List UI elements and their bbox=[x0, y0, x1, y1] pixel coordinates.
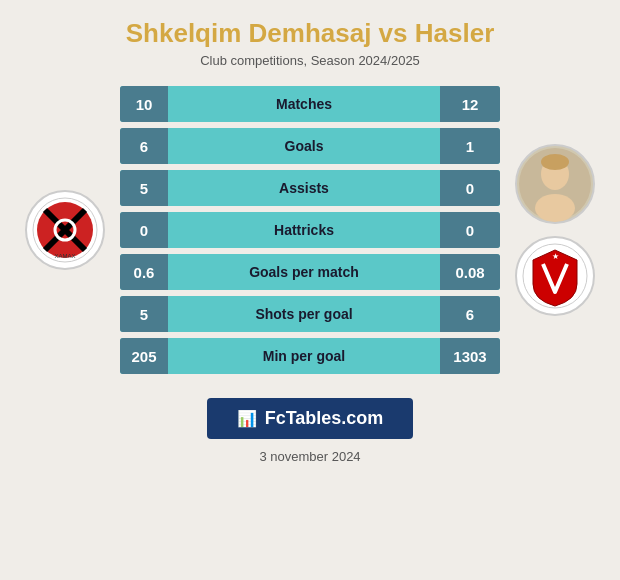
right-side: ★ bbox=[500, 144, 610, 316]
left-team-logo: XAMAX bbox=[10, 190, 120, 270]
stat-left-3: 0 bbox=[120, 212, 168, 248]
stat-right-3: 0 bbox=[440, 212, 500, 248]
stats-container: 10Matches126Goals15Assists00Hattricks00.… bbox=[120, 86, 500, 374]
stat-label-4: Goals per match bbox=[168, 264, 440, 280]
date-text: 3 november 2024 bbox=[259, 449, 360, 464]
stat-left-5: 5 bbox=[120, 296, 168, 332]
stat-right-5: 6 bbox=[440, 296, 500, 332]
stat-label-2: Assists bbox=[168, 180, 440, 196]
comparison-section: XAMAX 10Matches126Goals15Assists00Hattri… bbox=[10, 86, 610, 374]
svg-text:★: ★ bbox=[552, 252, 559, 261]
svg-point-8 bbox=[535, 194, 575, 222]
stat-left-2: 5 bbox=[120, 170, 168, 206]
stat-label-1: Goals bbox=[168, 138, 440, 154]
stat-label-6: Min per goal bbox=[168, 348, 440, 364]
xamax-logo: XAMAX bbox=[25, 190, 105, 270]
stat-label-3: Hattricks bbox=[168, 222, 440, 238]
fctables-badge: 📊 FcTables.com bbox=[207, 398, 414, 439]
stat-row-min-per-goal: 205Min per goal1303 bbox=[120, 338, 500, 374]
stat-right-4: 0.08 bbox=[440, 254, 500, 290]
stat-left-6: 205 bbox=[120, 338, 168, 374]
stat-row-assists: 5Assists0 bbox=[120, 170, 500, 206]
stat-left-1: 6 bbox=[120, 128, 168, 164]
stat-label-5: Shots per goal bbox=[168, 306, 440, 322]
stat-row-matches: 10Matches12 bbox=[120, 86, 500, 122]
vaduz-logo: ★ bbox=[515, 236, 595, 316]
stat-row-shots-per-goal: 5Shots per goal6 bbox=[120, 296, 500, 332]
page-wrapper: Shkelqim Demhasaj vs Hasler Club competi… bbox=[0, 0, 620, 580]
stat-right-2: 0 bbox=[440, 170, 500, 206]
stat-row-goals: 6Goals1 bbox=[120, 128, 500, 164]
svg-text:XAMAX: XAMAX bbox=[54, 253, 75, 259]
stat-row-hattricks: 0Hattricks0 bbox=[120, 212, 500, 248]
stat-row-goals-per-match: 0.6Goals per match0.08 bbox=[120, 254, 500, 290]
page-title: Shkelqim Demhasaj vs Hasler bbox=[126, 18, 495, 49]
stat-left-0: 10 bbox=[120, 86, 168, 122]
stat-right-0: 12 bbox=[440, 86, 500, 122]
chart-icon: 📊 bbox=[237, 409, 257, 428]
badge-text: FcTables.com bbox=[265, 408, 384, 429]
player-photo bbox=[515, 144, 595, 224]
stat-right-1: 1 bbox=[440, 128, 500, 164]
page-subtitle: Club competitions, Season 2024/2025 bbox=[200, 53, 420, 68]
stat-left-4: 0.6 bbox=[120, 254, 168, 290]
stat-right-6: 1303 bbox=[440, 338, 500, 374]
svg-point-9 bbox=[541, 154, 569, 170]
stat-label-0: Matches bbox=[168, 96, 440, 112]
